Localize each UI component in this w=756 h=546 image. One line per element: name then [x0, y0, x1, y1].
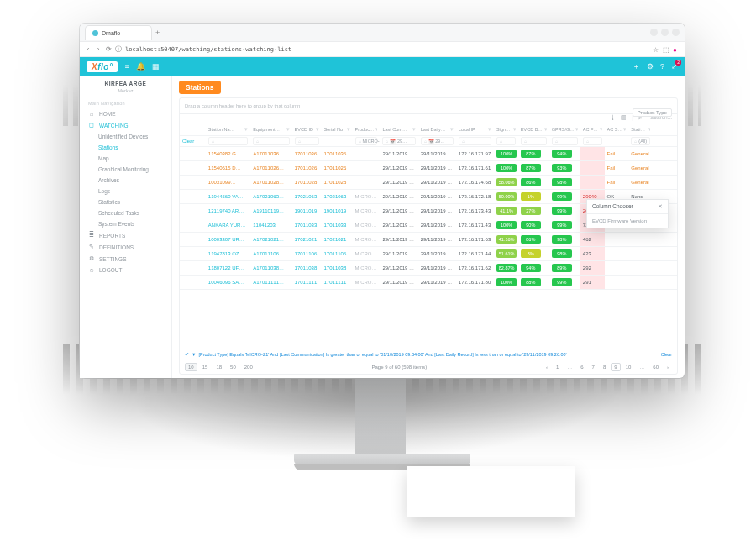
- page-size[interactable]: 50: [227, 363, 239, 371]
- page-size[interactable]: 18: [213, 363, 225, 371]
- page-number[interactable]: 8: [600, 363, 609, 371]
- filter-input[interactable]: [552, 137, 578, 145]
- funnel-icon[interactable]: ▾: [600, 126, 602, 133]
- page-number[interactable]: 6: [577, 363, 586, 371]
- page-size[interactable]: 15: [199, 363, 212, 371]
- browser-tab[interactable]: Dmaflo: [85, 25, 152, 40]
- filter-clear[interactable]: Clear: [661, 352, 672, 357]
- window-close[interactable]: [672, 29, 680, 36]
- funnel-icon[interactable]: ▾: [575, 126, 578, 133]
- page-number[interactable]: 9: [611, 363, 620, 371]
- table-row[interactable]: 10031099…A17011028…170110281701102829/11…: [180, 176, 677, 190]
- sidebar-item-sysevents[interactable]: System Events: [80, 218, 171, 229]
- new-tab-button[interactable]: +: [155, 29, 160, 37]
- funnel-icon[interactable]: ▾: [513, 126, 515, 133]
- page-number[interactable]: …: [636, 363, 648, 371]
- clear-filters[interactable]: Clear: [180, 136, 206, 147]
- col-header[interactable]: Signal Lev…▾: [494, 123, 518, 136]
- col-header[interactable]: AC Status▾: [605, 123, 629, 136]
- nav-back-icon[interactable]: ‹: [85, 45, 92, 53]
- sidebar-item-stations[interactable]: Stations: [80, 142, 171, 153]
- sidebar-item-watching[interactable]: ◻WATCHING: [80, 119, 171, 131]
- col-header[interactable]: Station Ala…▾: [628, 123, 653, 136]
- column-chooser-icon[interactable]: ▥: [621, 114, 627, 121]
- col-header[interactable]: Equipment…▾: [250, 123, 291, 136]
- table-row[interactable]: 11807122 UF…A17011038…1701103817011038MI…: [180, 261, 677, 276]
- funnel-icon[interactable]: ▾: [244, 126, 248, 133]
- menu-icon[interactable]: ≡: [124, 62, 129, 71]
- avatar-icon[interactable]: ●: [673, 46, 680, 53]
- page-size[interactable]: 10: [185, 363, 197, 371]
- sidebar-item-archives[interactable]: Archives: [80, 175, 171, 186]
- table-row[interactable]: 10003307 UR…A17021021…1702102117021021MI…: [180, 233, 677, 247]
- col-header[interactable]: GPRS/GSM…▾: [549, 123, 580, 136]
- table-row[interactable]: 11947813 OZ…A17011106…1701110617011106MI…: [180, 247, 677, 261]
- plus-icon[interactable]: ＋: [633, 61, 640, 72]
- page-number[interactable]: 60: [649, 363, 662, 371]
- grouped-chip[interactable]: Product Type: [633, 108, 672, 117]
- col-header[interactable]: Last Com…▾: [380, 123, 417, 136]
- col-header[interactable]: EVCD Batt…▾: [518, 123, 549, 136]
- page-next[interactable]: ›: [664, 363, 672, 371]
- sidebar-item-stats[interactable]: Statistics: [80, 197, 171, 207]
- sidebar-item-logs[interactable]: Logs: [80, 186, 171, 197]
- nav-reload-icon[interactable]: ⟳: [105, 45, 112, 53]
- sidebar-item-sched[interactable]: Scheduled Tasks: [80, 207, 171, 218]
- col-header[interactable]: Product Ty…▾: [353, 123, 381, 136]
- help-icon[interactable]: ?: [660, 62, 664, 71]
- grid-icon[interactable]: ▦: [152, 62, 160, 71]
- filter-input[interactable]: [253, 137, 289, 145]
- sidebar-item-reports[interactable]: ≣REPORTS: [80, 229, 171, 241]
- filter-input[interactable]: [208, 137, 248, 145]
- funnel-icon[interactable]: ▾: [544, 126, 547, 133]
- page-size[interactable]: 200: [241, 363, 256, 371]
- url-field[interactable]: localhost:50407/watching/stations-watchi…: [125, 46, 649, 53]
- expand-icon[interactable]: ⤢ 2: [671, 62, 678, 71]
- sidebar-item-graphmon[interactable]: Graphical Monitoring: [80, 164, 171, 175]
- filter-funnel-icon[interactable]: ▼: [192, 352, 196, 357]
- close-icon[interactable]: ✕: [658, 203, 663, 210]
- funnel-icon[interactable]: ▾: [488, 126, 491, 133]
- col-header[interactable]: AC Fail C…▾: [580, 123, 605, 136]
- filter-input[interactable]: [583, 137, 602, 145]
- filter-input[interactable]: [496, 137, 516, 145]
- ext-icon[interactable]: ⬚: [663, 46, 669, 53]
- col-header[interactable]: Local IP▾: [456, 123, 494, 136]
- page-prev[interactable]: ‹: [543, 363, 551, 371]
- filter-alarm[interactable]: (All): [631, 137, 650, 145]
- table-row[interactable]: 10046096 SA…A17011111…1701111117011111MI…: [180, 276, 677, 290]
- nav-fwd-icon[interactable]: ›: [95, 45, 102, 53]
- filter-product[interactable]: MICRO-…: [355, 137, 378, 145]
- info-icon[interactable]: ⓘ: [115, 45, 122, 54]
- bell-icon[interactable]: 🔔: [136, 62, 145, 71]
- gear-icon[interactable]: ⚙: [647, 62, 654, 71]
- page-number[interactable]: 7: [589, 363, 598, 371]
- funnel-icon[interactable]: ▾: [347, 126, 350, 133]
- sidebar-item-settings[interactable]: ⚙SETTINGS: [80, 253, 171, 265]
- page-number[interactable]: 10: [622, 363, 635, 371]
- window-max[interactable]: [661, 29, 669, 36]
- funnel-icon[interactable]: ▾: [623, 126, 626, 133]
- col-header[interactable]: Station Na…▾: [206, 123, 250, 136]
- filter-input[interactable]: [295, 137, 319, 145]
- funnel-icon[interactable]: ▾: [412, 126, 416, 133]
- sidebar-item-home[interactable]: ⌂HOME: [80, 108, 171, 119]
- star-icon[interactable]: ☆: [653, 46, 659, 53]
- col-header[interactable]: Last Daily…▾: [418, 123, 456, 136]
- table-row[interactable]: 11540615 D…A17011026…170110261701102629/…: [180, 161, 677, 176]
- funnel-icon[interactable]: ▾: [286, 126, 290, 133]
- window-min[interactable]: [650, 29, 658, 36]
- funnel-icon[interactable]: ▾: [648, 126, 650, 133]
- col-header[interactable]: EVCD ID▾: [292, 123, 322, 136]
- page-number[interactable]: 1: [553, 363, 562, 371]
- filter-date-a[interactable]: 📅 29…: [382, 137, 415, 145]
- sidebar-item-unidentified-devices[interactable]: Unidentified Devices: [80, 131, 171, 142]
- filter-input[interactable]: [521, 137, 547, 145]
- column-chooser-item[interactable]: EVCD Firmware Version: [587, 214, 668, 228]
- sidebar-item-definitions[interactable]: ✎DEFINITIONS: [80, 241, 171, 253]
- filter-date-b[interactable]: 📅 29…: [421, 137, 454, 145]
- funnel-icon[interactable]: ▾: [450, 126, 454, 133]
- table-row[interactable]: 11540382 G…A17011036…170110361701103629/…: [180, 147, 677, 161]
- sidebar-item-map[interactable]: Map: [80, 153, 171, 164]
- col-header[interactable]: Serial No▾: [322, 123, 353, 136]
